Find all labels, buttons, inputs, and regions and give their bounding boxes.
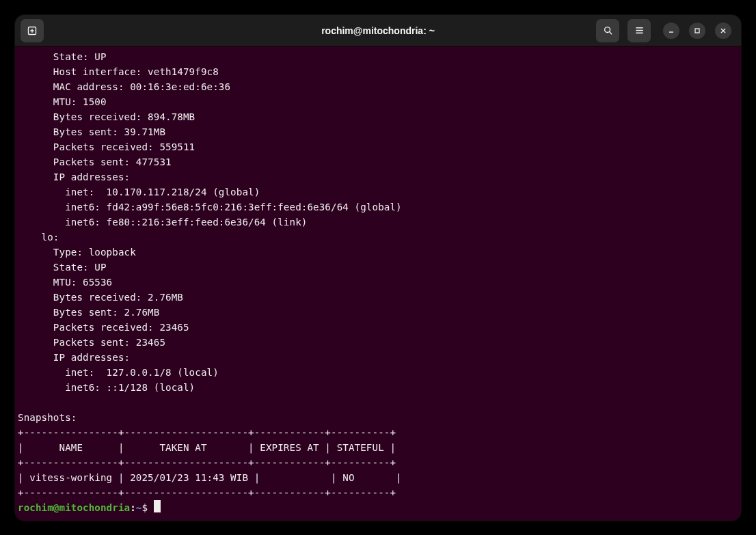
search-icon: [603, 25, 613, 36]
svg-rect-9: [695, 29, 699, 33]
output-line: Packets sent: 477531: [18, 156, 172, 167]
output-line: | vitess-working | 2025/01/23 11:43 WIB …: [18, 472, 402, 483]
output-line: Bytes sent: 2.76MB: [18, 307, 159, 318]
output-line: | NAME | TAKEN AT | EXPIRES AT | STATEFU…: [18, 442, 396, 453]
output-line: inet6: ::1/128 (local): [18, 382, 195, 393]
output-line: Packets sent: 23465: [18, 337, 165, 348]
cursor: [154, 500, 161, 512]
close-button[interactable]: [715, 23, 731, 39]
titlebar-left: [21, 19, 44, 42]
output-line: Bytes sent: 39.71MB: [18, 126, 165, 137]
output-line: +----------------+---------------------+…: [18, 427, 396, 438]
maximize-button[interactable]: [689, 23, 705, 39]
new-tab-button[interactable]: [21, 19, 44, 42]
output-line: inet: 127.0.0.1/8 (local): [18, 367, 219, 378]
prompt-separator: :: [130, 502, 136, 513]
output-line: IP addresses:: [18, 172, 130, 182]
output-line: inet6: fe80::216:3eff:feed:6e36/64 (link…: [18, 217, 307, 228]
output-line: MTU: 65536: [18, 277, 112, 288]
output-line: Bytes received: 894.78MB: [18, 111, 195, 122]
window-title: rochim@mitochondria: ~: [321, 25, 435, 36]
titlebar-right: [596, 19, 735, 42]
output-line: inet6: fd42:a99f:56e8:5fc0:216:3eff:feed…: [18, 202, 402, 212]
output-line: Packets received: 559511: [18, 141, 195, 152]
output-line: +----------------+---------------------+…: [18, 487, 396, 498]
output-line: MTU: 1500: [18, 96, 107, 107]
titlebar: rochim@mitochondria: ~: [15, 15, 741, 46]
prompt-path: ~: [136, 502, 142, 513]
new-tab-icon: [27, 25, 38, 36]
output-line: State: UP: [18, 262, 107, 273]
output-line: +----------------+---------------------+…: [18, 457, 396, 468]
prompt-user-host: rochim@mitochondria: [18, 502, 130, 513]
minimize-button[interactable]: [663, 23, 679, 39]
output-line: Snapshots:: [18, 412, 77, 423]
output-line: lo:: [18, 232, 59, 243]
output-line: inet: 10.170.117.218/24 (global): [18, 187, 260, 197]
search-button[interactable]: [596, 19, 619, 42]
close-icon: [720, 27, 727, 34]
window-controls: [663, 23, 731, 39]
output-line: IP addresses:: [18, 352, 130, 363]
terminal-window: rochim@mitochondria: ~: [15, 15, 741, 521]
output-line: Bytes received: 2.76MB: [18, 292, 183, 303]
menu-button[interactable]: [627, 19, 651, 42]
svg-line-4: [609, 32, 611, 34]
output-line: MAC address: 00:16:3e:ed:6e:36: [18, 81, 230, 92]
output-line: Host interface: veth1479f9c8: [18, 66, 219, 77]
output-line: State: UP: [18, 51, 107, 62]
maximize-icon: [694, 27, 701, 34]
minimize-icon: [668, 27, 675, 34]
output-line: Type: loopback: [18, 247, 136, 258]
terminal-body[interactable]: State: UP Host interface: veth1479f9c8 M…: [15, 46, 741, 518]
prompt-symbol: $: [142, 502, 148, 513]
hamburger-icon: [634, 25, 645, 36]
output-line: Packets received: 23465: [18, 322, 189, 333]
